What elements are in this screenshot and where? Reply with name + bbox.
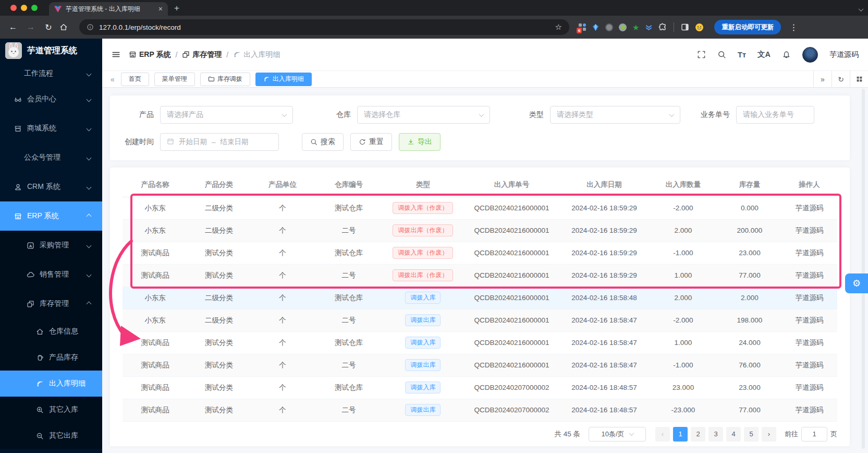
gray-circle-extension-icon[interactable] — [605, 23, 613, 31]
page-size-select[interactable]: 10条/页 — [589, 427, 646, 442]
prev-page-button[interactable]: ‹ — [655, 427, 670, 442]
bell-icon[interactable] — [782, 50, 791, 59]
unit-cell: 个 — [250, 287, 314, 309]
table-row-4[interactable]: 小东东二级分类个测试仓库调拨入库QCDB202402160000012024-0… — [123, 287, 837, 309]
tab-close-icon[interactable]: × — [158, 5, 163, 13]
locale-icon[interactable]: 文A — [757, 50, 771, 59]
fullscreen-icon[interactable] — [697, 50, 706, 59]
gem-extension-icon[interactable] — [592, 23, 600, 31]
sidebar-item-10[interactable]: 产品库存 — [0, 344, 102, 371]
window-chevron-icon[interactable] — [859, 4, 863, 14]
emoji-profile-icon[interactable] — [695, 23, 704, 32]
shop-icon — [11, 125, 24, 133]
page-tab-1[interactable]: 菜单管理 — [154, 73, 195, 86]
home-button[interactable] — [59, 23, 73, 31]
category-cell: 测试分类 — [188, 331, 251, 354]
goto-page-input[interactable] — [801, 427, 827, 442]
sidebar-item-8[interactable]: 库存管理 — [0, 289, 102, 318]
table-row-1[interactable]: 小东东二级分类个二号调拨出库（作废）QCDB202402160000012024… — [123, 219, 837, 242]
sidebar-item-12[interactable]: 其它入库 — [0, 397, 102, 423]
app-logo[interactable]: 芋道管理系统 — [0, 39, 102, 63]
site-info-icon[interactable] — [87, 23, 94, 31]
page-tab-2[interactable]: 库存调拨 — [200, 73, 250, 86]
tabs-scroll-left-icon[interactable]: « — [111, 75, 115, 84]
sidepanel-icon[interactable] — [681, 23, 689, 31]
url-bar[interactable]: 127.0.0.1/erp/stock/record ☆ — [79, 19, 569, 35]
table-row-5[interactable]: 小东东二级分类个二号调拨出库QCDB202402160000012024-02-… — [123, 309, 837, 331]
page-button-4[interactable]: 4 — [726, 427, 741, 442]
sidebar-item-13[interactable]: 其它出库 — [0, 423, 102, 449]
breadcrumb-separator: / — [175, 51, 177, 59]
username[interactable]: 芋道源码 — [829, 50, 859, 59]
page-button-2[interactable]: 2 — [691, 427, 705, 442]
warehouse-select[interactable]: 请选择仓库 — [357, 106, 490, 124]
table-row-8[interactable]: 测试商品测试分类个测试仓库调拨入库QCDB202402070000022024-… — [123, 376, 837, 399]
page-tab-3[interactable]: 出入库明细 — [255, 73, 312, 86]
star-extension-icon[interactable]: ★ — [632, 23, 639, 31]
unit-cell: 个 — [250, 264, 314, 287]
page-tab-0[interactable]: 首页 — [121, 73, 149, 86]
breadcrumb-item-1[interactable]: 库存管理 — [182, 50, 222, 59]
collapse-menu-icon[interactable] — [112, 50, 120, 59]
date-range-input[interactable]: 开始日期 – 结束日期 — [160, 133, 279, 151]
next-page-button[interactable]: › — [762, 427, 776, 442]
browser-tab[interactable]: 芋道管理系统 - 出入库明细 × — [49, 2, 168, 16]
reload-button[interactable]: ↻ — [42, 22, 55, 32]
sidebar-item-0[interactable]: 工作流程 — [0, 63, 102, 85]
back-button[interactable]: ← — [6, 22, 20, 32]
forward-button[interactable]: → — [24, 22, 38, 32]
sidebar-item-6[interactable]: A采购管理 — [0, 231, 102, 260]
page-button-3[interactable]: 3 — [708, 427, 723, 442]
bizno-label: 业务单号 — [695, 110, 730, 120]
table-row-3[interactable]: 测试商品测试分类个二号调拨出库（作废）QCDB20240216000001202… — [123, 264, 837, 287]
sidebar-item-2[interactable]: 商城系统 — [0, 114, 102, 143]
sidebar-item-4[interactable]: CRM 系统 — [0, 172, 102, 201]
export-button[interactable]: 导出 — [399, 133, 441, 151]
scrollbar[interactable] — [862, 89, 865, 449]
table-row-0[interactable]: 小东东二级分类个测试仓库调拨入库（作废）QCDB2024021600000120… — [123, 197, 837, 219]
warehouse-cell: 二号 — [315, 264, 383, 287]
browser-update-button[interactable]: 重新启动即可更新 — [714, 20, 781, 34]
settings-fab[interactable]: ⚙ — [845, 273, 868, 293]
bizno-input[interactable]: 请输入业务单号 — [736, 106, 814, 124]
product-select[interactable]: 请选择产品 — [160, 106, 293, 124]
avatar[interactable] — [802, 47, 818, 63]
breadcrumb-item-2[interactable]: 出入库明细 — [233, 50, 280, 59]
logo-image — [5, 42, 22, 59]
unit-cell: 个 — [250, 219, 314, 242]
table-row-9[interactable]: 测试商品测试分类个二号调拨出库QCDB202402070000022024-02… — [123, 399, 837, 421]
sidebar-item-1[interactable]: 会员中心 — [0, 85, 102, 114]
minimize-window-button[interactable] — [21, 5, 27, 11]
tabs-refresh-icon[interactable]: ↻ — [832, 71, 850, 87]
maximize-window-button[interactable] — [31, 5, 38, 11]
tabs-layout-icon[interactable] — [850, 71, 868, 87]
sidebar-item-5[interactable]: ERP 系统 — [0, 201, 102, 231]
record-extension-icon[interactable] — [619, 23, 627, 31]
sidebar-item-11[interactable]: 出入库明细 — [0, 371, 102, 397]
sidebar-item-3[interactable]: 公众号管理 — [0, 143, 102, 172]
font-size-icon[interactable]: Tт — [738, 51, 746, 59]
search-icon[interactable] — [717, 50, 726, 59]
bookmark-star-icon[interactable]: ☆ — [555, 22, 562, 32]
sidebar-item-7[interactable]: 销售管理 — [0, 260, 102, 289]
page-button-1[interactable]: 1 — [673, 427, 688, 442]
chevrons-extension-icon[interactable] — [645, 23, 653, 31]
type-select[interactable]: 请选择类型 — [550, 106, 680, 124]
new-tab-button[interactable]: + — [174, 3, 179, 14]
sidebar-item-9[interactable]: 仓库信息 — [0, 318, 102, 344]
total-count: 共 45 条 — [554, 430, 580, 439]
grid-extension-icon[interactable]: 6 — [579, 23, 586, 31]
tabs-scroll-right-icon[interactable]: » — [813, 71, 832, 87]
page-button-5[interactable]: 5 — [744, 427, 759, 442]
browser-menu-icon[interactable]: ⋮ — [789, 22, 798, 32]
table-row-6[interactable]: 测试商品测试分类个测试仓库调拨入库QCDB202402160000012024-… — [123, 331, 837, 354]
close-window-button[interactable] — [10, 5, 17, 11]
table-row-2[interactable]: 测试商品测试分类个测试仓库调拨入库（作废）QCDB202402160000012… — [123, 242, 837, 264]
stock-cell: 77.000 — [718, 264, 781, 287]
quantity-cell: -1.000 — [649, 242, 718, 264]
breadcrumb-item-0[interactable]: ERP 系统 — [129, 50, 170, 59]
puzzle-extensions-icon[interactable] — [658, 23, 667, 31]
reset-button[interactable]: 重置 — [350, 133, 392, 151]
table-row-7[interactable]: 测试商品测试分类个二号调拨出库QCDB202402160000012024-02… — [123, 354, 837, 376]
search-button[interactable]: 搜索 — [302, 133, 344, 151]
